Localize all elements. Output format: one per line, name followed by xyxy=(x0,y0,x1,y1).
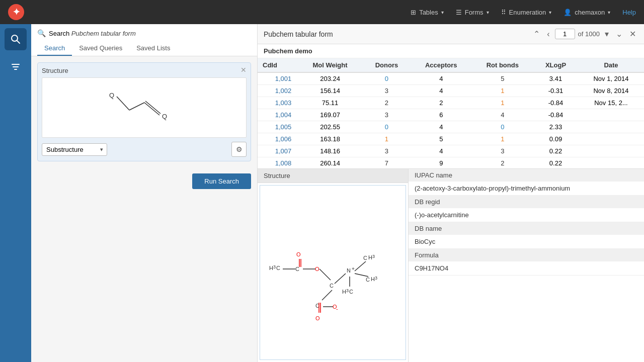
forms-label: Forms xyxy=(465,9,484,16)
table-row[interactable]: 1,004 169.07 3 6 4 -0.84 xyxy=(258,109,644,121)
settings-btn[interactable]: ⚙ xyxy=(231,142,247,157)
search-icon: 🔍 xyxy=(37,29,46,37)
cell-donors: 2 xyxy=(363,97,411,109)
svg-line-23 xyxy=(335,274,346,284)
table-row[interactable]: 1,006 163.18 1 5 1 0.09 xyxy=(258,133,644,145)
svg-line-1 xyxy=(17,41,20,44)
substructure-select[interactable]: Substructure Exact Similarity xyxy=(42,143,107,156)
formula-label: Formula xyxy=(409,249,644,261)
iupac-field: IUPAC name (2-acetoxy-3-carboxylato-prop… xyxy=(409,169,644,196)
db-regid-label: DB regid xyxy=(409,196,644,208)
enumeration-caret-icon: ▾ xyxy=(549,10,551,15)
table-container[interactable]: CdId Mol Weight Donors Acceptors Rot bon… xyxy=(258,58,644,169)
iupac-value: (2-acetoxy-3-carboxylato-propyl)-trimeth… xyxy=(409,182,644,195)
collapse-up-btn[interactable]: ⌃ xyxy=(531,28,542,40)
forms-icon: ☰ xyxy=(456,9,462,16)
structure-drawing[interactable]: Q Q xyxy=(42,77,247,138)
svg-text:C: C xyxy=(366,277,370,283)
svg-line-8 xyxy=(144,103,159,115)
navbar-right: ⊞ Tables ▾ ☰ Forms ▾ ⠿ Enumeration ▾ 👤 c… xyxy=(411,9,636,16)
svg-line-21 xyxy=(319,269,331,280)
table-row[interactable]: 1,005 202.55 0 4 0 2.33 xyxy=(258,121,644,133)
search-word: Search xyxy=(49,30,69,37)
svg-text:+: + xyxy=(352,266,355,272)
app-logo[interactable]: ✦ xyxy=(8,4,24,20)
cell-acceptors: 9 xyxy=(411,157,472,169)
collapse-down-btn[interactable]: ⌄ xyxy=(614,28,624,40)
tab-saved-lists[interactable]: Saved Lists xyxy=(129,41,177,56)
cell-date xyxy=(578,109,644,121)
cell-cdid[interactable]: 1,008 xyxy=(258,157,297,169)
cell-donors: 0 xyxy=(363,121,411,133)
forms-menu[interactable]: ☰ Forms ▾ xyxy=(456,9,489,16)
navbar: ✦ ⊞ Tables ▾ ☰ Forms ▾ ⠿ Enumeration ▾ 👤… xyxy=(0,0,644,24)
svg-text:Q: Q xyxy=(162,113,167,120)
prev-page-btn[interactable]: ‹ xyxy=(545,29,551,40)
cell-xlogp: 0.09 xyxy=(533,133,578,145)
svg-rect-3 xyxy=(13,66,19,67)
table-row[interactable]: 1,002 156.14 3 4 1 -0.31 Nov 8, 2014 xyxy=(258,85,644,97)
cell-rot-bonds: 2 xyxy=(472,157,534,169)
tab-saved-queries[interactable]: Saved Queries xyxy=(72,41,129,56)
user-caret-icon: ▾ xyxy=(608,10,610,15)
navbar-left: ✦ xyxy=(8,4,24,20)
col-rot-bonds: Rot bonds xyxy=(472,58,534,72)
structure-close-btn[interactable]: ✕ xyxy=(240,66,247,74)
formula-field: Formula C9H17NO4 xyxy=(409,249,644,276)
page-number-input[interactable] xyxy=(555,29,575,39)
cell-xlogp: 0.22 xyxy=(533,157,578,169)
cell-cdid[interactable]: 1,007 xyxy=(258,145,297,157)
table-row[interactable]: 1,003 75.11 2 2 1 -0.84 Nov 15, 2... xyxy=(258,97,644,109)
grid-icon: ⊞ xyxy=(411,9,416,16)
col-mol-weight: Mol Weight xyxy=(297,58,363,72)
cell-acceptors: 4 xyxy=(411,145,472,157)
search-bar: 🔍 Search Pubchem tabular form xyxy=(37,29,251,37)
cell-acceptors: 5 xyxy=(411,133,472,145)
substructure-select-wrapper[interactable]: Substructure Exact Similarity xyxy=(42,143,107,156)
cell-rot-bonds: 0 xyxy=(472,121,534,133)
user-menu[interactable]: 👤 chemaxon ▾ xyxy=(564,9,610,16)
col-donors: Donors xyxy=(363,58,411,72)
cell-cdid[interactable]: 1,006 xyxy=(258,133,297,145)
page-of-text: of 1000 xyxy=(578,30,600,38)
detail-structure-drawing: H 3 C C O O C xyxy=(260,185,406,360)
cell-mol-weight: 75.11 xyxy=(297,97,363,109)
cell-donors: 3 xyxy=(363,145,411,157)
cell-mol-weight: 148.16 xyxy=(297,145,363,157)
sidebar-filter-btn[interactable] xyxy=(5,56,27,78)
table-header: CdId Mol Weight Donors Acceptors Rot bon… xyxy=(258,58,644,72)
structure-card: Structure ✕ Q Q Substructure Exact xyxy=(37,62,251,161)
cell-date xyxy=(578,157,644,169)
cell-date: Nov 15, 2... xyxy=(578,97,644,109)
cell-cdid[interactable]: 1,004 xyxy=(258,109,297,121)
db-regid-field: DB regid (-)o-acetylcarnitine xyxy=(409,196,644,222)
detail-panel: Structure H 3 C C O O xyxy=(258,169,644,362)
user-icon: 👤 xyxy=(564,9,572,16)
table-row[interactable]: 1,007 148.16 3 4 3 0.22 xyxy=(258,145,644,157)
cell-mol-weight: 163.18 xyxy=(297,133,363,145)
detail-info-panel[interactable]: IUPAC name (2-acetoxy-3-carboxylato-prop… xyxy=(409,169,644,362)
cell-cdid[interactable]: 1,003 xyxy=(258,97,297,109)
svg-text:H: H xyxy=(371,276,375,282)
close-panel-btn[interactable]: ✕ xyxy=(627,28,638,40)
structure-controls: Substructure Exact Similarity ⚙ xyxy=(42,142,247,157)
run-search-button[interactable]: Run Search xyxy=(192,173,251,189)
tab-search[interactable]: Search xyxy=(37,41,72,56)
cell-cdid[interactable]: 1,002 xyxy=(258,85,297,97)
run-search-area: Run Search xyxy=(31,167,257,195)
cell-cdid[interactable]: 1,001 xyxy=(258,72,297,85)
cell-cdid[interactable]: 1,005 xyxy=(258,121,297,133)
enumeration-menu[interactable]: ⠿ Enumeration ▾ xyxy=(501,9,552,16)
cell-acceptors: 2 xyxy=(411,97,472,109)
svg-text:C: C xyxy=(363,255,367,261)
svg-text:C: C xyxy=(295,266,299,272)
tables-menu[interactable]: ⊞ Tables ▾ xyxy=(411,9,444,16)
cell-rot-bonds: 3 xyxy=(472,145,534,157)
table-row[interactable]: 1,001 203.24 0 4 5 3.41 Nov 1, 2014 xyxy=(258,72,644,85)
table-row[interactable]: 1,008 260.14 7 9 2 0.22 xyxy=(258,157,644,169)
svg-text:C: C xyxy=(349,289,353,295)
help-link[interactable]: Help xyxy=(622,9,636,16)
cell-date xyxy=(578,133,644,145)
sidebar-search-btn[interactable] xyxy=(5,28,27,50)
page-dropdown-btn[interactable]: ▾ xyxy=(603,28,611,40)
